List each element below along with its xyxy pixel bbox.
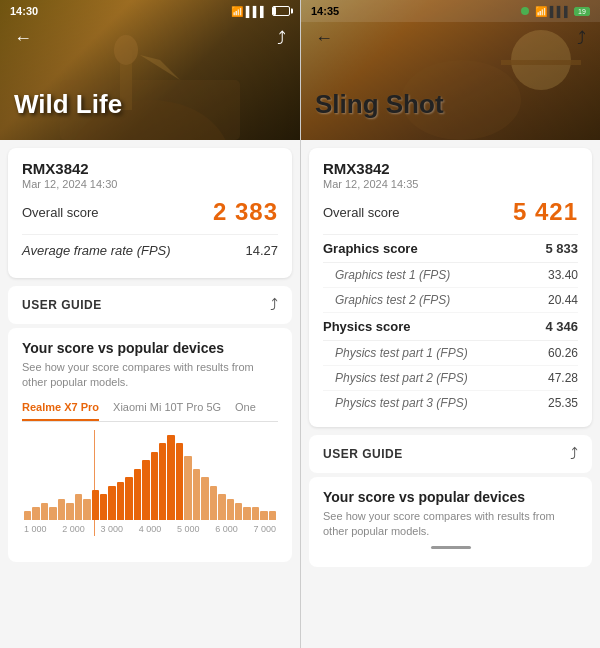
back-button-right[interactable]: ← (315, 28, 333, 49)
physics-test1-value: 60.26 (548, 346, 578, 360)
physics-test2-value: 47.28 (548, 371, 578, 385)
battery-icon-right: 19 (574, 7, 590, 16)
user-guide-label-left[interactable]: USER GUIDE (22, 298, 102, 312)
chart-label-6000: 6 000 (215, 524, 238, 534)
chart-bar-21 (201, 477, 208, 520)
share-button-right[interactable]: ⤴ (577, 28, 586, 49)
physics-test3-row: Physics test part 3 (FPS) 25.35 (323, 391, 578, 415)
tab-one[interactable]: One (235, 401, 256, 421)
physics-score-row: Physics score 4 346 (323, 313, 578, 341)
graphics-score-row: Graphics score 5 833 (323, 235, 578, 263)
graphics-test2-value: 20.44 (548, 293, 578, 307)
chart-bar-25 (235, 503, 242, 520)
popular-title-right: Your score vs popular devices (323, 489, 578, 505)
chart-bar-2 (41, 503, 48, 520)
scroll-content-right[interactable]: RMX3842 Mar 12, 2024 14:35 Overall score… (301, 140, 600, 648)
chart-bar-0 (24, 511, 31, 520)
device-date-left: Mar 12, 2024 14:30 (22, 178, 278, 190)
overall-score-row-right: Overall score 5 421 (323, 190, 578, 235)
overall-score-value: 2 383 (213, 198, 278, 226)
chart-bar-11 (117, 482, 124, 520)
popular-subtitle-right: See how your score compares with results… (323, 509, 578, 540)
chart-bar-12 (125, 477, 132, 520)
chart-bar-17 (167, 435, 174, 520)
hero-nav-right: ← ⤴ (301, 22, 600, 55)
physics-test1-row: Physics test part 1 (FPS) 60.26 (323, 341, 578, 366)
chart-bar-13 (134, 469, 141, 520)
chart-bar-29 (269, 511, 276, 520)
chart-label-3000: 3 000 (100, 524, 123, 534)
score-card-left: RMX3842 Mar 12, 2024 14:30 Overall score… (8, 148, 292, 278)
chart-bar-22 (210, 486, 217, 520)
share-button-left[interactable]: ⤴ (277, 28, 286, 49)
chart-label-5000: 5 000 (177, 524, 200, 534)
battery-icon-left (272, 6, 290, 16)
chart-marker-line (94, 430, 95, 536)
chart-bar-18 (176, 443, 183, 520)
hero-nav-left: ← ⤴ (0, 22, 300, 55)
user-guide-share-icon-left[interactable]: ⤴ (270, 296, 278, 314)
chart-bar-15 (151, 452, 158, 520)
status-bar-right: 14:35 📶 ▌▌▌ 19 (301, 0, 600, 22)
chart-bar-3 (49, 507, 56, 520)
chart-bar-16 (159, 443, 166, 520)
scroll-content-left[interactable]: RMX3842 Mar 12, 2024 14:30 Overall score… (0, 140, 300, 648)
score-card-right: RMX3842 Mar 12, 2024 14:35 Overall score… (309, 148, 592, 427)
benchmark-title-left: Wild Life (14, 89, 122, 120)
tab-realme[interactable]: Realme X7 Pro (22, 401, 99, 421)
svg-marker-3 (140, 55, 180, 80)
device-tabs-left: Realme X7 Pro Xiaomi Mi 10T Pro 5G One (22, 401, 278, 422)
overall-label-right: Overall score (323, 205, 400, 220)
chart-bar-7 (83, 499, 90, 520)
graphics-test2-row: Graphics test 2 (FPS) 20.44 (323, 288, 578, 313)
signal-icon: ▌▌▌ (246, 6, 267, 17)
graphics-score-label: Graphics score (323, 241, 418, 256)
hero-section: 14:30 📶 ▌▌▌ ← ⤴ Wild Life (0, 0, 300, 140)
back-button-left[interactable]: ← (14, 28, 32, 49)
status-dot-green (521, 7, 529, 15)
physics-test3-label: Physics test part 3 (FPS) (323, 396, 468, 410)
chart-label-1000: 1 000 (24, 524, 47, 534)
physics-test2-label: Physics test part 2 (FPS) (323, 371, 468, 385)
tab-xiaomi[interactable]: Xiaomi Mi 10T Pro 5G (113, 401, 221, 421)
user-guide-share-icon-right[interactable]: ⤴ (570, 445, 578, 463)
popular-section-left: Your score vs popular devices See how yo… (8, 328, 292, 562)
physics-test1-label: Physics test part 1 (FPS) (323, 346, 468, 360)
chart-bar-19 (184, 456, 191, 520)
status-time-right: 14:35 (311, 5, 339, 17)
fps-score-value: 14.27 (245, 243, 278, 258)
overall-score-row: Overall score 2 383 (22, 190, 278, 235)
graphics-test1-label: Graphics test 1 (FPS) (323, 268, 450, 282)
chart-bar-26 (243, 507, 250, 520)
user-guide-row-left: USER GUIDE ⤴ (8, 286, 292, 324)
popular-title-left: Your score vs popular devices (22, 340, 278, 356)
graphics-score-value: 5 833 (545, 241, 578, 256)
physics-test3-value: 25.35 (548, 396, 578, 410)
status-icons-right: 📶 ▌▌▌ 19 (521, 6, 590, 17)
wifi-icon: 📶 (231, 6, 243, 17)
device-date-right: Mar 12, 2024 14:35 (323, 178, 578, 190)
user-guide-label-right[interactable]: USER GUIDE (323, 447, 403, 461)
chart-bar-20 (193, 469, 200, 520)
device-name-right: RMX3842 (323, 160, 578, 177)
chart-bar-28 (260, 511, 267, 520)
chart-label-4000: 4 000 (139, 524, 162, 534)
overall-score-label: Overall score (22, 205, 99, 220)
status-time-left: 14:30 (10, 5, 38, 17)
chart-bar-14 (142, 460, 149, 520)
status-icons-left: 📶 ▌▌▌ (231, 6, 290, 17)
physics-test2-row: Physics test part 2 (FPS) 47.28 (323, 366, 578, 391)
chart-bars-container (22, 430, 278, 520)
chart-bar-9 (100, 494, 107, 520)
user-guide-row-right: USER GUIDE ⤴ (309, 435, 592, 473)
chart-bar-24 (227, 499, 234, 520)
chart-bar-23 (218, 494, 225, 520)
chart-bar-6 (75, 494, 82, 520)
physics-score-label: Physics score (323, 319, 410, 334)
chart-bar-27 (252, 507, 259, 520)
panel-wildlife: 14:30 📶 ▌▌▌ ← ⤴ Wild Life RMX3842 Mar 12… (0, 0, 300, 648)
popular-subtitle-left: See how your score compares with results… (22, 360, 278, 391)
signal-icon-right: ▌▌▌ (550, 6, 571, 17)
graphics-test1-row: Graphics test 1 (FPS) 33.40 (323, 263, 578, 288)
panel-slingshot: 14:35 📶 ▌▌▌ 19 ← ⤴ Sling Shot RMX3842 Ma… (300, 0, 600, 648)
